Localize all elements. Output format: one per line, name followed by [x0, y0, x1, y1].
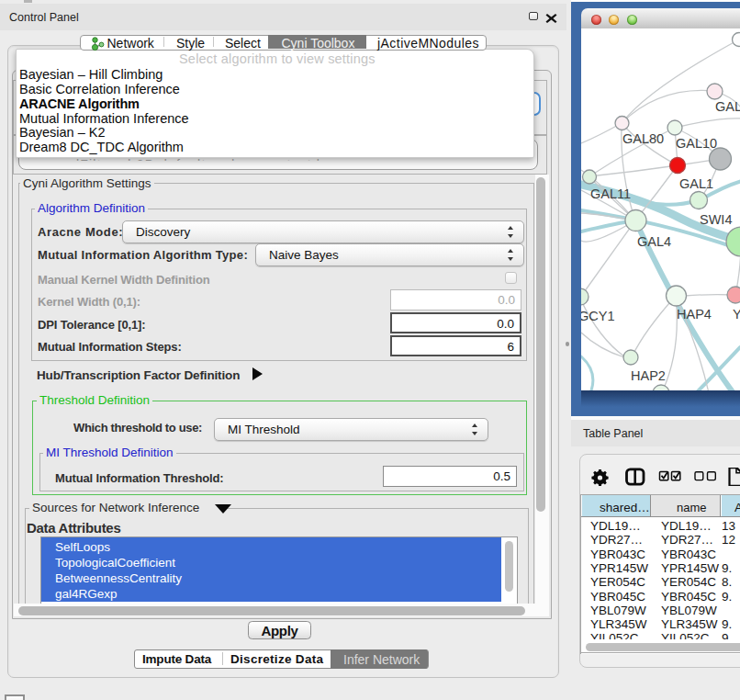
svg-text:GAL1: GAL1	[679, 176, 713, 191]
svg-text:GAL11: GAL11	[590, 186, 631, 201]
svg-text:SWI4: SWI4	[700, 212, 732, 227]
svg-text:HAP2: HAP2	[631, 368, 666, 383]
svg-text:HAP4: HAP4	[677, 307, 712, 322]
svg-text:GAL10: GAL10	[676, 136, 717, 151]
svg-text:GCY1: GCY1	[581, 309, 615, 323]
svg-text:GAL4: GAL4	[637, 234, 671, 249]
svg-text:GAL80: GAL80	[622, 131, 664, 146]
svg-text:Y: Y	[733, 307, 740, 322]
svg-text:GAL7: GAL7	[715, 99, 740, 114]
